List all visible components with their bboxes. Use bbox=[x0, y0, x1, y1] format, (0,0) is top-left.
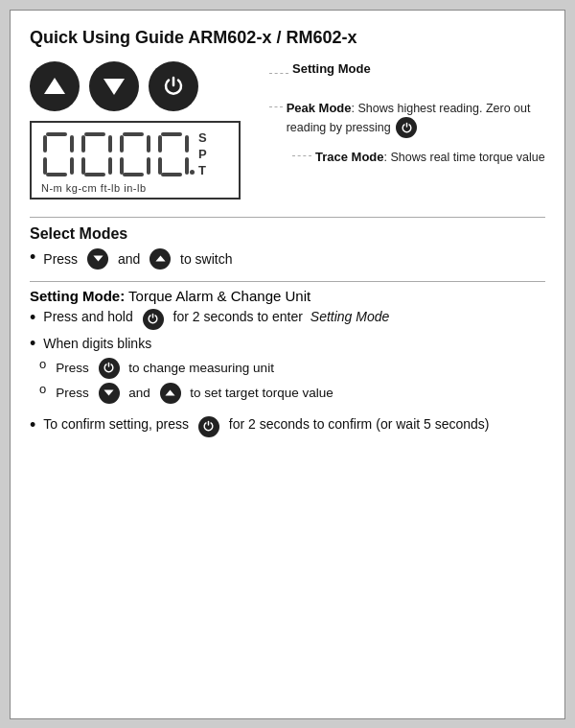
setting-bullet-3: To confirm setting, press for 2 seconds … bbox=[30, 416, 545, 437]
sub-item-2: Press and to set target torque value bbox=[39, 383, 545, 404]
setting-mode-section: Setting Mode: Torque Alarm & Change Unit… bbox=[30, 288, 545, 437]
power-icon-confirm bbox=[198, 416, 219, 437]
select-modes-list: Press and to switch bbox=[30, 248, 545, 270]
to-switch-label: to switch bbox=[180, 251, 232, 267]
select-modes-heading: Select Modes bbox=[30, 225, 545, 243]
trace-mode-block: Trace Mode: Shows real time torque value bbox=[292, 148, 545, 167]
up-arrow-icon-select bbox=[150, 248, 171, 270]
right-panel: Setting Mode Peak Mode: Shows highest re… bbox=[241, 61, 545, 177]
digit-4 bbox=[156, 130, 191, 178]
for-2-sec-label: for 2 seconds to enter bbox=[173, 309, 303, 324]
sub2-suffix: to set target torque value bbox=[190, 386, 333, 400]
confirm-extra: (or wait 5 seconds) bbox=[376, 416, 489, 432]
svg-marker-0 bbox=[44, 78, 65, 94]
down-button[interactable] bbox=[89, 61, 139, 111]
sub-list: Press to change measuring unit Press and… bbox=[30, 358, 545, 408]
trace-mode-title: Trace Mode bbox=[315, 150, 384, 164]
power-icon-unit bbox=[99, 358, 120, 379]
left-panel: S P T N-m kg-cm ft-lb in-lb bbox=[30, 61, 241, 200]
unit-labels: N-m kg-cm ft-lb in-lb bbox=[41, 182, 229, 194]
divider-2 bbox=[30, 281, 545, 282]
button-row bbox=[30, 61, 198, 111]
digit-display: S P T bbox=[41, 130, 229, 178]
confirm-suffix: for 2 seconds to confirm bbox=[229, 416, 372, 432]
sub1-press: Press bbox=[56, 361, 89, 375]
setting-mode-normal: Torque Alarm & Change Unit bbox=[128, 288, 310, 304]
trace-mode-text: Shows real time torque value bbox=[390, 151, 544, 164]
s-label: S bbox=[198, 130, 207, 145]
down-arrow-icon-select bbox=[87, 248, 108, 270]
main-card: Quick Using Guide ARM602-x / RM602-x bbox=[10, 10, 565, 719]
setting-bullet-2: When digits blinks Press to change measu… bbox=[30, 335, 545, 411]
spt-labels: S P T bbox=[198, 130, 207, 178]
divider-1 bbox=[30, 217, 545, 218]
digit-2 bbox=[80, 130, 114, 178]
up-button[interactable] bbox=[30, 61, 80, 111]
display-box: S P T N-m kg-cm ft-lb in-lb bbox=[30, 121, 241, 200]
svg-marker-1 bbox=[104, 79, 125, 95]
down-arrow-icon-sub bbox=[99, 383, 120, 404]
top-section: S P T N-m kg-cm ft-lb in-lb Setting Mode bbox=[30, 61, 545, 200]
t-label: T bbox=[198, 163, 207, 177]
sub2-and: and bbox=[128, 386, 150, 400]
sub2-press: Press bbox=[56, 386, 89, 400]
press-label: Press bbox=[43, 251, 78, 267]
setting-mode-label: Setting Mode bbox=[292, 61, 371, 76]
press-hold-label: Press and hold bbox=[43, 309, 132, 324]
setting-mode-list: Press and hold for 2 seconds to enter Se… bbox=[30, 309, 545, 437]
p-label: P bbox=[198, 147, 207, 161]
power-icon-hold bbox=[143, 309, 164, 330]
power-button[interactable] bbox=[149, 61, 198, 111]
svg-marker-3 bbox=[155, 256, 165, 262]
svg-marker-4 bbox=[104, 390, 113, 396]
peak-mode-block: Peak Mode: Shows highest reading. Zero o… bbox=[269, 99, 545, 139]
decimal-dot bbox=[190, 170, 195, 175]
setting-bullet-1: Press and hold for 2 seconds to enter Se… bbox=[30, 309, 545, 330]
svg-marker-2 bbox=[93, 256, 103, 262]
page-title: Quick Using Guide ARM602-x / RM602-x bbox=[30, 28, 545, 48]
peak-power-icon bbox=[396, 117, 417, 138]
and-label-select: and bbox=[118, 251, 140, 267]
setting-mode-bold: Setting Mode: bbox=[30, 288, 125, 304]
confirm-prefix: To confirm setting, press bbox=[43, 416, 189, 432]
digit-1 bbox=[41, 130, 76, 178]
sub-item-1: Press to change measuring unit bbox=[39, 358, 545, 379]
when-digits-blinks: When digits blinks bbox=[43, 336, 151, 351]
setting-mode-italic: Setting Mode bbox=[310, 309, 390, 324]
peak-mode-title: Peak Mode bbox=[287, 101, 352, 115]
digit-3 bbox=[118, 130, 152, 178]
select-modes-item: Press and to switch bbox=[30, 248, 545, 270]
sub1-suffix: to change measuring unit bbox=[128, 361, 274, 375]
up-arrow-icon-sub bbox=[160, 383, 181, 404]
svg-marker-5 bbox=[166, 390, 175, 396]
setting-mode-full-heading: Setting Mode: Torque Alarm & Change Unit bbox=[30, 288, 545, 304]
